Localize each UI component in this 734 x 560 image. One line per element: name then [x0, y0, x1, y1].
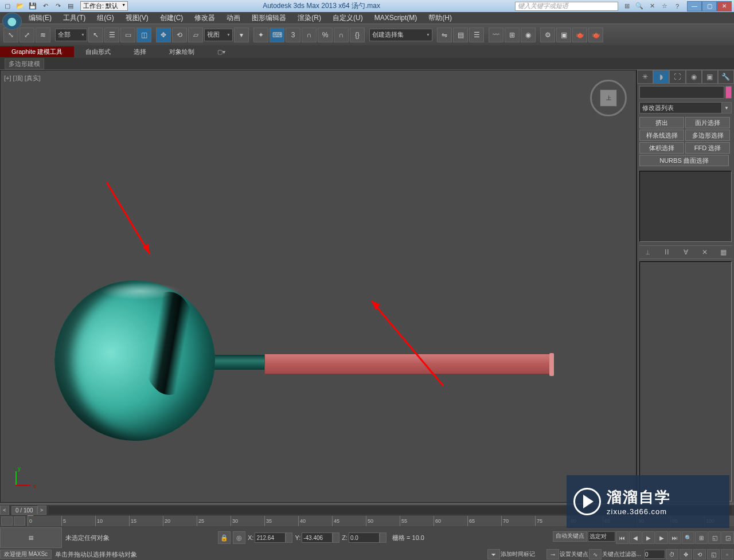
close-button[interactable]: ✕ — [717, 1, 732, 11]
manipulate-icon[interactable]: ✦ — [253, 28, 268, 42]
snap-angle-icon[interactable]: 3 — [286, 28, 300, 42]
new-icon[interactable]: ▢ — [2, 2, 13, 11]
render-setup-icon[interactable]: ⚙ — [540, 28, 555, 42]
exchange-icon[interactable]: ✕ — [647, 2, 657, 11]
object-name-input[interactable] — [639, 86, 724, 99]
mod-btn-nurbs[interactable]: NURBS 曲面选择 — [639, 155, 729, 166]
tab-hierarchy-icon[interactable]: ⛶ — [669, 70, 685, 84]
snap-spinner-icon[interactable]: % — [318, 28, 333, 42]
menu-tools[interactable]: 工具(T) — [57, 12, 91, 24]
nav-maximize-icon[interactable]: ◱ — [707, 549, 720, 559]
show-result-icon[interactable]: ⅠⅠ — [661, 247, 673, 257]
tab-display-icon[interactable]: ▣ — [702, 70, 718, 84]
selection-filter-dropdown[interactable]: 全部 — [55, 29, 87, 41]
mod-btn-poly[interactable]: 多边形选择 — [685, 130, 730, 141]
menu-views[interactable]: 视图(V) — [120, 12, 154, 24]
edit-named-icon[interactable]: {} — [350, 28, 365, 42]
render-frame-icon[interactable]: ▣ — [556, 28, 571, 42]
current-frame-input[interactable] — [645, 550, 665, 559]
tab-modify-icon[interactable]: ◗ — [653, 70, 669, 84]
trackbar-mini-icon[interactable] — [1, 516, 13, 526]
ribbon-panel-polymodel[interactable]: 多边形建模 — [5, 58, 44, 69]
menu-animation[interactable]: 动画 — [221, 12, 246, 24]
snap-toggle-icon[interactable]: ∩ — [334, 28, 349, 42]
goto-end-icon[interactable]: ⏭ — [669, 531, 681, 544]
named-selection-dropdown[interactable]: 创建选择集 — [369, 29, 432, 41]
move-icon[interactable]: ✥ — [156, 28, 171, 42]
ribbon-tab-graphite[interactable]: Graphite 建模工具 — [0, 46, 74, 57]
menu-help[interactable]: 帮助(H) — [423, 12, 458, 24]
isolate-icon[interactable]: ◎ — [233, 531, 245, 544]
window-crossing-icon[interactable]: ◫ — [136, 28, 151, 42]
rotate-icon[interactable]: ⟲ — [172, 28, 187, 42]
project-icon[interactable]: ▤ — [65, 2, 76, 11]
configure-icon[interactable]: ▦ — [717, 247, 730, 257]
remove-mod-icon[interactable]: ✕ — [698, 247, 711, 257]
pin-stack-icon[interactable]: ⟂ — [642, 247, 654, 257]
menu-grapheditors[interactable]: 图形编辑器 — [246, 12, 292, 24]
mod-btn-ffd[interactable]: FFD 选择 — [685, 142, 730, 154]
render-icon[interactable]: 🫖 — [572, 28, 587, 42]
ribbon-tab-freeform[interactable]: 自由形式 — [74, 46, 122, 57]
tab-utilities-icon[interactable]: 🔧 — [718, 70, 734, 84]
select-region-icon[interactable]: ▭ — [120, 28, 135, 42]
nav-pan-icon[interactable]: ✥ — [680, 549, 692, 559]
selection-set-dropdown[interactable]: 选定对 — [588, 531, 615, 542]
scene-sphere[interactable] — [54, 280, 215, 441]
maximize-button[interactable]: ▢ — [702, 1, 717, 11]
nav-fov-icon[interactable]: ◱ — [708, 531, 721, 544]
curve-editor-icon[interactable]: 〰 — [489, 28, 503, 42]
select-object-icon[interactable]: ↖ — [88, 28, 103, 42]
viewcube[interactable]: 上 — [590, 80, 627, 116]
add-time-tag[interactable]: 添加时间标记 — [501, 550, 535, 558]
pivot-icon[interactable]: ▾ — [234, 28, 249, 42]
infocenter-icon[interactable]: ⊞ — [622, 2, 632, 11]
schematic-icon[interactable]: ⊞ — [505, 28, 520, 42]
search-icon[interactable]: 🔍 — [634, 2, 645, 11]
bind-icon[interactable]: ≋ — [36, 28, 50, 42]
select-name-icon[interactable]: ☰ — [104, 28, 119, 42]
menu-rendering[interactable]: 渲染(R) — [292, 12, 327, 24]
timeslider-prev-icon[interactable]: < — [0, 506, 9, 515]
minimize-button[interactable]: — — [687, 1, 702, 11]
keyboard-shortcut-icon[interactable]: ⌨ — [270, 28, 284, 42]
mod-btn-spline[interactable]: 样条线选择 — [639, 130, 684, 141]
menu-edit[interactable]: 编辑(E) — [23, 12, 57, 24]
viewport-label[interactable]: [+] [顶] [真实] — [4, 74, 41, 83]
set-key-button[interactable]: ⊸ — [546, 549, 559, 559]
tab-create-icon[interactable]: ✳ — [637, 70, 653, 84]
mirror-icon[interactable]: ⇋ — [437, 28, 452, 42]
goto-start-icon[interactable]: ⏮ — [616, 531, 628, 544]
ribbon-expand-icon[interactable]: ▢▾ — [217, 49, 225, 55]
search-field[interactable]: 键入关键字或短语 — [515, 2, 618, 11]
mod-btn-patch[interactable]: 面片选择 — [685, 117, 730, 128]
tab-motion-icon[interactable]: ◉ — [686, 70, 702, 84]
nav-orbit-icon[interactable]: ⟲ — [693, 549, 706, 559]
scale-icon[interactable]: ▱ — [188, 28, 203, 42]
time-tag-icon[interactable]: ⏷ — [487, 549, 500, 559]
ribbon-tab-paint[interactable]: 对象绘制 — [158, 46, 206, 57]
open-icon[interactable]: 📂 — [15, 2, 25, 11]
ref-coord-dropdown[interactable]: 视图 — [204, 29, 233, 41]
snap-percent-icon[interactable]: ∩ — [302, 28, 317, 42]
play-icon[interactable]: ▶ — [642, 531, 655, 544]
menu-create[interactable]: 创建(C) — [154, 12, 189, 24]
help-icon[interactable]: ? — [672, 2, 682, 11]
redo-icon[interactable]: ↷ — [53, 2, 63, 11]
nav-zoomext-icon[interactable]: ◲ — [721, 531, 734, 544]
modifier-list-dropdown[interactable]: 修改器列表 ▼ — [639, 102, 722, 113]
key-filters-label[interactable]: 关键点过滤器... — [602, 550, 641, 558]
coord-z-spinner[interactable] — [380, 532, 386, 543]
material-editor-icon[interactable]: ◉ — [521, 28, 536, 42]
coord-y-input[interactable] — [302, 532, 333, 543]
viewport[interactable]: [+] [顶] [真实] 上 yx — [0, 70, 637, 503]
application-button[interactable]: ⬤ — [2, 13, 22, 30]
undo-icon[interactable]: ↶ — [40, 2, 50, 11]
coord-x-spinner[interactable] — [286, 532, 292, 543]
menu-customize[interactable]: 自定义(U) — [327, 12, 369, 24]
coord-x-input[interactable] — [255, 532, 286, 543]
menu-modifiers[interactable]: 修改器 — [189, 12, 221, 24]
mod-btn-extrude[interactable]: 挤出 — [639, 117, 684, 128]
time-config-icon[interactable]: ⏱ — [666, 549, 678, 559]
key-filters-icon[interactable]: ∿ — [589, 549, 602, 559]
